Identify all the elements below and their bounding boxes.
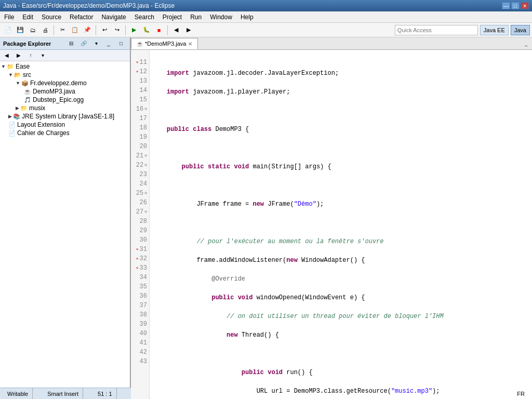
menu-run[interactable]: Run bbox=[186, 11, 206, 22]
window-title: Java - Ease/src/Fr/developpez/demo/DemoM… bbox=[3, 2, 175, 9]
tree-item-jre[interactable]: ▶ 📚 JRE System Library [JavaSE-1.8] bbox=[1, 112, 129, 121]
tree-label: Layout Extension bbox=[17, 121, 65, 128]
copy-button[interactable]: 📋 bbox=[69, 24, 81, 36]
expand-arrow: ▼ bbox=[1, 64, 6, 69]
tree-item-dubstep[interactable]: 🎵 Dubstep_Epic.ogg bbox=[1, 96, 129, 104]
tree-label: Cahier de Charges bbox=[17, 129, 70, 137]
editor-area: ☕ *DemoMP3.java ✕ _ □ ●11 ●12 13 14 15 bbox=[131, 37, 532, 399]
toolbar-separator-3 bbox=[125, 25, 126, 35]
quick-access-input[interactable] bbox=[395, 25, 478, 35]
editor-content: ●11 ●12 13 14 15 16⊖ 17 18 19 20 21⊖ 22⊖… bbox=[131, 50, 532, 399]
pkg-up-button[interactable]: ↑ bbox=[25, 50, 36, 61]
java-file-icon: ☕ bbox=[24, 88, 31, 95]
status-writable: Writable bbox=[3, 388, 33, 399]
main-layout: Package Explorer ⊟ 🔗 ▾ _ □ ◀ ▶ ↑ ▾ ▼ 📁 E… bbox=[0, 37, 532, 388]
line-number-gutter: ●11 ●12 13 14 15 16⊖ 17 18 19 20 21⊖ 22⊖… bbox=[131, 50, 150, 399]
tab-demomp3[interactable]: ☕ *DemoMP3.java ✕ bbox=[131, 38, 198, 49]
tab-icon: ☕ bbox=[137, 41, 143, 47]
minimize-panel-button[interactable]: _ bbox=[103, 38, 114, 49]
redo-button[interactable]: ↪ bbox=[111, 24, 123, 36]
menu-search[interactable]: Search bbox=[130, 11, 158, 22]
tree-label: DemoMP3.java bbox=[33, 88, 75, 95]
ext-icon: 📄 bbox=[8, 122, 16, 128]
paste-button[interactable]: 📌 bbox=[82, 24, 93, 36]
package-icon: 📦 bbox=[21, 80, 29, 87]
pkg-back-button[interactable]: ◀ bbox=[1, 50, 12, 61]
toolbar-separator-4 bbox=[167, 25, 168, 35]
tree-label: src bbox=[23, 71, 31, 78]
ogg-file-icon: 🎵 bbox=[24, 97, 31, 103]
menu-source[interactable]: Source bbox=[37, 11, 65, 22]
view-menu-button[interactable]: ▾ bbox=[90, 38, 102, 49]
code-editor[interactable]: import javazoom.jl.decoder.JavaLayerExce… bbox=[150, 50, 532, 399]
maximize-panel-button[interactable]: □ bbox=[115, 38, 127, 49]
package-explorer-header-controls: ⊟ 🔗 ▾ _ □ bbox=[65, 38, 127, 49]
debug-button[interactable]: 🐛 bbox=[141, 24, 152, 36]
expand-arrow: ▶ bbox=[16, 105, 19, 111]
tree-item-ease[interactable]: ▼ 📁 Ease bbox=[1, 62, 129, 71]
minimize-button[interactable]: — bbox=[502, 2, 510, 9]
status-smart-insert: Smart Insert bbox=[43, 388, 83, 399]
menu-window[interactable]: Window bbox=[206, 11, 236, 22]
link-with-editor-button[interactable]: 🔗 bbox=[78, 38, 89, 49]
save-all-button[interactable]: 🗂 bbox=[27, 24, 38, 36]
folder-icon: 📁 bbox=[20, 105, 28, 112]
package-explorer-title: Package Explorer bbox=[3, 41, 51, 47]
doc-icon: 📄 bbox=[8, 130, 16, 137]
editor-minimize-button[interactable]: _ bbox=[521, 38, 532, 49]
menu-edit[interactable]: Edit bbox=[18, 11, 37, 22]
run-button[interactable]: ▶ bbox=[128, 24, 140, 36]
toolbar-right: Java EE Java bbox=[395, 25, 530, 35]
menu-bar: File Edit Source Refactor Navigate Searc… bbox=[0, 11, 532, 23]
perspective-java-button[interactable]: Java bbox=[511, 25, 530, 35]
tree-item-src[interactable]: ▼ 📂 src bbox=[1, 71, 129, 79]
tree-label: JRE System Library [JavaSE-1.8] bbox=[22, 113, 114, 120]
menu-refactor[interactable]: Refactor bbox=[65, 11, 97, 22]
editor-and-bottom: ☕ *DemoMP3.java ✕ _ □ ●11 ●12 13 14 15 bbox=[131, 37, 532, 388]
expand-arrow: ▼ bbox=[8, 72, 13, 77]
tree-item-cahier[interactable]: 📄 Cahier de Charges bbox=[1, 129, 129, 137]
tree-item-layout-ext[interactable]: 📄 Layout Extension bbox=[1, 121, 129, 129]
forward-button[interactable]: ▶ bbox=[183, 24, 194, 36]
package-explorer-header: Package Explorer ⊟ 🔗 ▾ _ □ bbox=[0, 37, 130, 50]
project-icon: 📁 bbox=[7, 63, 14, 70]
back-button[interactable]: ◀ bbox=[170, 24, 182, 36]
menu-help[interactable]: Help bbox=[236, 11, 258, 22]
collapse-all-button[interactable]: ⊟ bbox=[65, 38, 77, 49]
stop-button[interactable]: ■ bbox=[153, 24, 165, 36]
expand-arrow: ▶ bbox=[8, 114, 12, 119]
tab-label: *DemoMP3.java bbox=[145, 41, 186, 47]
toolbar-separator-1 bbox=[54, 25, 54, 35]
save-button[interactable]: 💾 bbox=[15, 24, 26, 36]
tree-item-musix[interactable]: ▶ 📁 musix bbox=[1, 104, 129, 112]
close-button[interactable]: ✕ bbox=[521, 2, 529, 9]
library-icon: 📚 bbox=[13, 113, 20, 120]
menu-navigate[interactable]: Navigate bbox=[97, 11, 130, 22]
expand-arrow: ▼ bbox=[16, 81, 20, 86]
new-button[interactable]: 📄 bbox=[2, 24, 14, 36]
maximize-button[interactable]: □ bbox=[511, 2, 520, 9]
toolbar-separator-2 bbox=[96, 25, 96, 35]
title-bar: Java - Ease/src/Fr/developpez/demo/DemoM… bbox=[0, 0, 532, 11]
package-explorer-toolbar: ◀ ▶ ↑ ▾ bbox=[0, 50, 130, 61]
undo-button[interactable]: ↩ bbox=[99, 24, 110, 36]
tree-label: Fr.developpez.demo bbox=[30, 79, 87, 87]
window-controls: — □ ✕ bbox=[502, 2, 529, 9]
tab-close-icon[interactable]: ✕ bbox=[188, 41, 192, 47]
perspective-javaee-button[interactable]: Java EE bbox=[480, 25, 509, 35]
tree-label: Ease bbox=[16, 63, 30, 70]
tree-label: musix bbox=[29, 104, 45, 112]
pkg-dropdown-button[interactable]: ▾ bbox=[37, 50, 48, 61]
editor-tab-bar: ☕ *DemoMP3.java ✕ _ □ bbox=[131, 37, 532, 50]
pkg-forward-button[interactable]: ▶ bbox=[13, 50, 24, 61]
print-button[interactable]: 🖨 bbox=[39, 24, 51, 36]
status-language: FR bbox=[517, 391, 529, 397]
status-position: 51 : 1 bbox=[94, 388, 117, 399]
tree-label: Dubstep_Epic.ogg bbox=[33, 96, 84, 103]
menu-project[interactable]: Project bbox=[158, 11, 186, 22]
tree-item-package[interactable]: ▼ 📦 Fr.developpez.demo bbox=[1, 79, 129, 87]
cut-button[interactable]: ✂ bbox=[57, 24, 68, 36]
menu-file[interactable]: File bbox=[0, 11, 18, 22]
tree-item-demomp3[interactable]: ☕ DemoMP3.java bbox=[1, 87, 129, 96]
package-explorer-tree: ▼ 📁 Ease ▼ 📂 src ▼ 📦 Fr.developpez.demo … bbox=[0, 61, 130, 388]
